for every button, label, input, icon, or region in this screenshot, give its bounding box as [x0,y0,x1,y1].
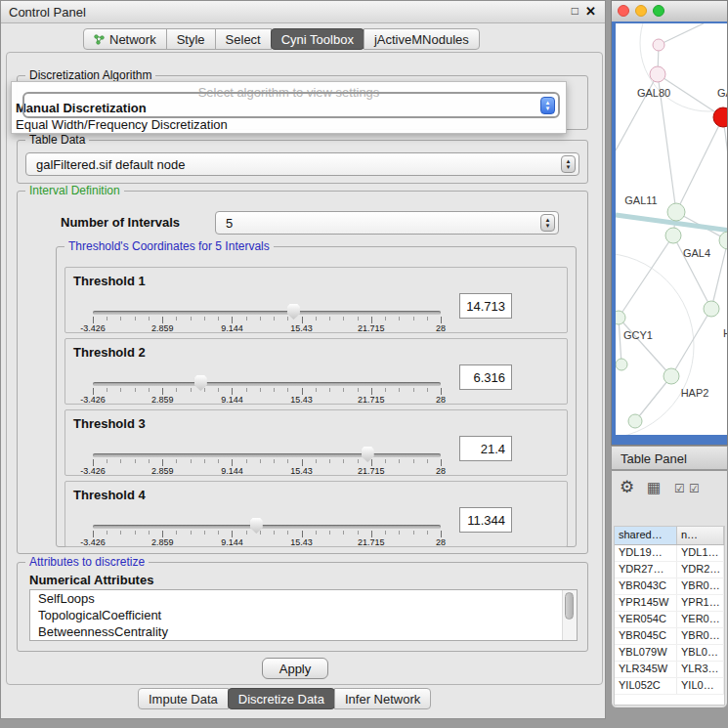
threshold-value-input[interactable] [459,364,512,390]
tick-mark [316,317,317,321]
slider-track[interactable] [93,382,441,386]
table-row[interactable]: YBL079WYBL0… [615,645,724,662]
slider-scale: -3.4262.8599.14415.4321.71528 [93,537,441,547]
threshold-value-input[interactable] [459,293,512,319]
combo-stepper-icon[interactable]: ▲▼ [540,214,555,232]
table-cell[interactable]: YLR3… [677,662,724,677]
table-cell[interactable]: YER0… [677,612,724,627]
table-cell[interactable]: YER054C [615,612,677,627]
tab-network[interactable]: Network [83,28,167,50]
minimize-traffic-light-icon[interactable] [635,5,647,17]
attribute-list-item[interactable]: SelfLoops [30,590,577,607]
zoom-traffic-light-icon[interactable] [653,5,664,17]
table-row[interactable]: YER054CYER0… [615,612,724,628]
table-cell[interactable]: YPR1… [677,595,724,611]
table-row[interactable]: YLR345WYLR3… [615,662,724,678]
tick-mark [302,531,303,537]
tick-mark [358,317,359,321]
network-node[interactable] [650,66,665,82]
tick-mark [107,317,107,321]
tick-mark [162,388,163,395]
table-cell[interactable]: YDL1… [677,545,724,561]
network-node[interactable] [616,359,627,370]
network-node[interactable] [628,414,642,428]
threshold-value-input[interactable] [459,507,512,533]
number-of-intervals-combo[interactable]: 5 ▲▼ [215,211,559,235]
table-cell[interactable]: YLR345W [615,662,677,677]
attribute-list-item[interactable]: BetweennessCentrality [30,623,577,640]
tick-mark [120,388,121,392]
tab-infer-network[interactable]: Infer Network [334,688,431,709]
column-header[interactable]: shared… [615,527,677,544]
table-row[interactable]: YPR145WYPR1… [615,595,724,612]
network-edge [616,74,658,150]
attribute-list-item[interactable]: TopologicalCoefficient [30,607,577,623]
tab-cyni-toolbox[interactable]: Cyni Toolbox [271,28,364,50]
tick-mark [204,388,205,392]
select-all-icon[interactable]: ☑ [674,482,685,495]
table-cell[interactable]: YDR2… [677,562,724,578]
tab-jactivemnodules[interactable]: jActiveMNodules [364,28,480,50]
tab-impute-data[interactable]: Impute Data [138,688,229,709]
slider-track[interactable] [93,311,441,315]
table-row[interactable]: YDR27…YDR2… [615,562,724,578]
table-data-combo[interactable]: galFiltered.sif default node ▲▼ [25,152,579,176]
tab-label: Infer Network [345,692,420,707]
tick-mark [343,388,344,392]
network-node[interactable] [719,232,727,249]
slider-scale: -3.4262.8599.14415.4321.71528 [93,466,441,476]
network-canvas[interactable]: GAL80GAL11GAL4GCY1HAP2GAH [616,23,727,435]
table-cell[interactable]: YBL079W [615,645,677,661]
scrollbar-thumb[interactable] [565,592,574,620]
tick-mark [399,459,400,463]
network-node[interactable] [664,368,679,384]
table-cell[interactable]: YIL0… [677,678,724,694]
network-node[interactable] [704,301,719,317]
threshold-value-input[interactable] [459,436,512,461]
network-node[interactable] [616,311,625,324]
table-row[interactable]: YDL19…YDL1… [615,545,724,562]
tab-select[interactable]: Select [215,28,272,50]
tab-style[interactable]: Style [166,28,216,50]
network-node[interactable] [713,107,727,127]
tick-mark [343,459,344,463]
slider-track[interactable] [93,525,441,529]
table-cell[interactable]: YDR27… [615,562,677,578]
table-cell[interactable]: YPR145W [615,595,677,611]
table-row[interactable]: YBR043CYBR0… [615,578,724,595]
combo-stepper-icon[interactable]: ▲▼ [561,155,576,173]
network-node[interactable] [667,203,685,221]
network-edge [711,240,727,309]
table-cell[interactable]: YIL052C [615,678,677,694]
threshold-label: Threshold 4 [73,488,146,502]
close-traffic-light-icon[interactable] [618,5,629,17]
tick-mark [427,317,428,321]
table-data-combo-value: galFiltered.sif default node [36,157,185,172]
table-cell[interactable]: YBL0… [677,645,724,661]
list-scrollbar[interactable] [562,590,577,640]
algorithm-option[interactable]: Manual Discretization [16,101,147,115]
table-cell[interactable]: YBR043C [615,578,677,594]
table-cell[interactable]: YBR0… [677,578,724,594]
network-edge [659,23,704,45]
column-visibility-icon[interactable]: ▦ [647,479,661,496]
algorithm-option[interactable]: Equal Width/Frequency Discretization [16,117,228,132]
close-icon[interactable]: ✕ [585,4,596,19]
table-row[interactable]: YIL052CYIL0… [615,678,724,695]
table-settings-gear-icon[interactable]: ⚙ [620,477,634,497]
tab-discretize-data[interactable]: Discretize Data [228,688,335,709]
table-row[interactable]: YBR045CYBR0… [615,628,724,645]
tick-mark [135,388,136,392]
table-cell[interactable]: YDL19… [615,545,677,561]
float-window-icon[interactable]: □ [572,4,578,18]
apply-button[interactable]: Apply [262,658,328,679]
network-node[interactable] [665,228,681,243]
slider-track[interactable] [93,453,441,457]
combo-stepper-icon[interactable]: ▲▼ [540,97,555,114]
table-cell[interactable]: YBR045C [615,628,677,644]
network-node[interactable] [653,39,664,51]
column-header[interactable]: n… [677,527,724,544]
table-cell[interactable]: YBR0… [677,628,724,644]
tick-mark [343,317,344,321]
select-none-icon[interactable]: ☑ [689,482,700,495]
